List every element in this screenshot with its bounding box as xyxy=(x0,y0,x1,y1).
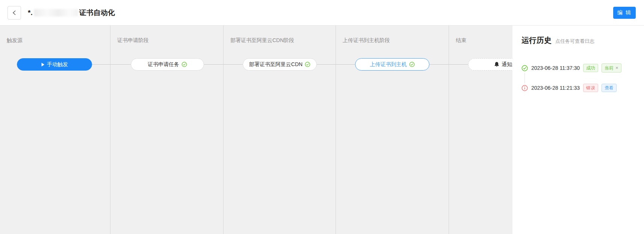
page-title: *. 证书自动化 xyxy=(28,8,115,18)
run-history-panel: 运行历史 点任务可查看日志 2023-06-28 11:37:30 成功 当前×… xyxy=(512,26,644,234)
redacted-text xyxy=(34,9,78,17)
stage-column-cert-apply: 证书申请阶段 xyxy=(110,26,224,234)
node-label: 上传证书到主机 xyxy=(370,61,407,68)
status-badge-success: 成功 xyxy=(583,64,598,72)
close-icon[interactable]: × xyxy=(615,65,618,71)
run-timestamp: 2023-06-28 11:37:30 xyxy=(531,65,580,71)
run-history-list: 2023-06-28 11:37:30 成功 当前× 2023-06-28 11… xyxy=(522,63,635,92)
page-header: *. 证书自动化 编 辑 xyxy=(0,0,644,26)
run-entry-error: 2023-06-28 11:21:33 错误 查看 xyxy=(522,83,635,92)
check-circle-icon xyxy=(409,62,415,67)
run-history-title: 运行历史 xyxy=(522,35,552,45)
node-label: 证书申请任务 xyxy=(148,61,179,68)
back-button[interactable] xyxy=(8,6,21,20)
node-cert-apply-task[interactable]: 证书申请任务 xyxy=(131,58,204,71)
check-circle-icon xyxy=(522,65,528,71)
current-badge-label: 当前 xyxy=(605,65,614,71)
stage-column-upload-host: 上传证书到主机阶段 xyxy=(336,26,449,234)
pipeline-canvas: 触发源 证书申请阶段 部署证书至阿里云CDN阶段 上传证书到主机阶段 结束 手动… xyxy=(0,26,644,234)
connector-line xyxy=(92,64,131,65)
stage-column-deploy-cdn: 部署证书至阿里云CDN阶段 xyxy=(224,26,336,234)
check-circle-icon xyxy=(181,62,187,67)
title-suffix: 证书自动化 xyxy=(79,8,115,18)
stage-label: 部署证书至阿里云CDN阶段 xyxy=(224,26,336,44)
connector-line xyxy=(429,64,468,65)
node-manual-trigger[interactable]: 手动触发 xyxy=(17,58,92,71)
stage-column-trigger: 触发源 xyxy=(0,26,110,234)
bell-icon xyxy=(494,62,499,67)
node-label: 部署证书至阿里云CDN xyxy=(249,61,302,68)
run-entry-success: 2023-06-28 11:37:30 成功 当前× xyxy=(522,63,635,72)
stage-label: 上传证书到主机阶段 xyxy=(336,26,449,44)
view-log-badge[interactable]: 查看 xyxy=(602,84,617,92)
run-timestamp: 2023-06-28 11:21:33 xyxy=(531,85,580,91)
check-circle-icon xyxy=(305,62,310,67)
timeline-connector xyxy=(525,73,525,83)
edit-button[interactable]: 编 辑 xyxy=(613,7,636,19)
node-upload-host[interactable]: 上传证书到主机 xyxy=(355,58,429,71)
play-icon xyxy=(41,62,45,67)
stage-label: 证书申请阶段 xyxy=(110,26,223,44)
node-label: 手动触发 xyxy=(47,61,68,68)
error-circle-icon xyxy=(522,85,528,91)
status-badge-error: 错误 xyxy=(583,84,598,92)
node-deploy-cdn[interactable]: 部署证书至阿里云CDN xyxy=(243,58,317,71)
connector-line xyxy=(317,64,355,65)
chevron-left-icon xyxy=(12,10,17,15)
run-history-subtitle: 点任务可查看日志 xyxy=(555,38,594,45)
title-prefix: *. xyxy=(28,9,33,17)
connector-line xyxy=(204,64,243,65)
current-badge: 当前× xyxy=(602,63,621,72)
run-history-header: 运行历史 点任务可查看日志 xyxy=(522,35,635,45)
stage-label: 触发源 xyxy=(0,26,110,44)
